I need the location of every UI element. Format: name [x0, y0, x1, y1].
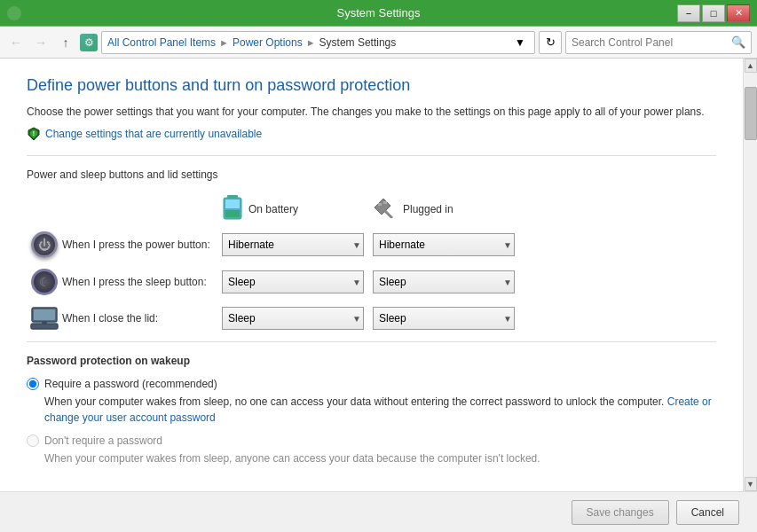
sep2: ► [306, 37, 316, 48]
battery-col-label: On battery [248, 203, 298, 215]
power-button-icon: ⏻ [31, 231, 58, 258]
power-btn-icon-wrap: ⏻ [27, 231, 62, 258]
power-button-selects: Do nothing Sleep Hibernate Shut down Tur… [222, 233, 515, 256]
app-icon [7, 6, 21, 20]
title-bar-left [7, 6, 21, 20]
main-layout: Define power buttons and turn on passwor… [0, 59, 757, 491]
divider-1 [27, 155, 716, 156]
no-password-label: Don't require a password [44, 434, 162, 447]
lid-row: When I close the lid: Do nothing Sleep H… [27, 306, 716, 331]
plug-icon [373, 197, 398, 221]
lid-plugged-select[interactable]: Do nothing Sleep Hibernate Shut down Tur… [373, 307, 515, 330]
breadcrumb-bar: All Control Panel Items ► Power Options … [101, 31, 535, 54]
no-password-option: Don't require a password When your compu… [27, 434, 716, 466]
up-button[interactable]: ↑ [55, 32, 76, 53]
scroll-up-arrow[interactable]: ▲ [745, 59, 757, 73]
minimize-button[interactable]: − [677, 4, 700, 22]
lid-label: When I close the lid: [62, 312, 222, 325]
sleep-button-row: ☾ When I press the sleep button: Do noth… [27, 269, 716, 295]
back-button[interactable]: ← [5, 32, 27, 53]
title-bar: System Settings − □ ✕ [0, 0, 757, 27]
no-password-desc: When your computer wakes from sleep, any… [44, 450, 716, 466]
svg-rect-13 [31, 324, 58, 329]
change-settings-link: ! Change settings that are currently una… [27, 127, 716, 141]
svg-rect-9 [378, 203, 382, 206]
sep1: ► [219, 37, 229, 48]
svg-text:!: ! [33, 130, 35, 137]
power-button-row: ⏻ When I press the power button: Do noth… [27, 231, 716, 258]
nav-icon: ⚙ [80, 34, 98, 51]
breadcrumb-dropdown-arrow[interactable]: ▼ [511, 31, 529, 54]
lid-icon [30, 306, 59, 331]
svg-rect-12 [34, 309, 55, 320]
plugged-col-label: Plugged in [403, 203, 453, 215]
maximize-button[interactable]: □ [702, 4, 725, 22]
search-icon[interactable]: 🔍 [731, 35, 745, 49]
plugged-col-header: Plugged in [373, 193, 515, 224]
sleep-button-label: When I press the sleep button: [62, 276, 222, 288]
search-box: 🔍 [565, 31, 752, 54]
sleep-plugged-select-wrap: Do nothing Sleep Hibernate Shut down Tur… [373, 270, 515, 293]
no-password-radio[interactable] [27, 434, 39, 447]
lid-selects: Do nothing Sleep Hibernate Shut down Tur… [222, 307, 515, 330]
require-password-desc: When your computer wakes from sleep, no … [44, 394, 716, 426]
address-bar: ← → ↑ ⚙ All Control Panel Items ► Power … [0, 27, 757, 59]
forward-button[interactable]: → [30, 32, 51, 53]
sleep-plugged-select[interactable]: Do nothing Sleep Hibernate Shut down Tur… [373, 270, 515, 293]
svg-rect-10 [383, 201, 387, 204]
svg-rect-5 [225, 200, 240, 208]
sleep-button-icon: ☾ [31, 269, 58, 295]
power-table-headers: On battery Plugged in [222, 193, 716, 224]
no-password-row: Don't require a password [27, 434, 716, 447]
power-plugged-select[interactable]: Do nothing Sleep Hibernate Shut down Tur… [373, 233, 515, 256]
battery-icon [222, 193, 243, 224]
scrollbar-thumb[interactable] [745, 87, 757, 140]
close-button[interactable]: ✕ [727, 4, 750, 22]
search-input[interactable] [572, 36, 731, 49]
svg-rect-6 [225, 210, 240, 217]
bottom-bar: Save changes Cancel [0, 491, 757, 532]
lid-icon-wrap [27, 306, 62, 331]
require-password-radio[interactable] [27, 378, 39, 390]
change-settings-anchor[interactable]: Change settings that are currently unava… [45, 128, 262, 140]
require-password-option: Require a password (recommended) When yo… [27, 378, 716, 426]
sleep-button-selects: Do nothing Sleep Hibernate Shut down Tur… [222, 270, 515, 293]
divider-2 [27, 341, 716, 342]
lid-battery-select[interactable]: Do nothing Sleep Hibernate Shut down Tur… [222, 307, 364, 330]
sleep-battery-select[interactable]: Do nothing Sleep Hibernate Shut down Tur… [222, 270, 364, 293]
sleep-btn-icon-wrap: ☾ [27, 269, 62, 295]
power-battery-select[interactable]: Do nothing Sleep Hibernate Shut down Tur… [222, 233, 364, 256]
svg-line-8 [385, 211, 392, 218]
lid-plugged-select-wrap: Do nothing Sleep Hibernate Shut down Tur… [373, 307, 515, 330]
power-section-header: Power and sleep buttons and lid settings [27, 168, 716, 181]
window-title: System Settings [337, 6, 421, 20]
scroll-down-arrow[interactable]: ▼ [745, 477, 757, 491]
breadcrumb-all-control-panel[interactable]: All Control Panel Items [107, 36, 216, 49]
require-password-label: Require a password (recommended) [44, 378, 217, 390]
page-title: Define power buttons and turn on passwor… [27, 76, 716, 95]
breadcrumb-system-settings: System Settings [319, 36, 397, 49]
window-controls: − □ ✕ [677, 4, 750, 22]
cancel-button[interactable]: Cancel [676, 500, 739, 525]
save-changes-button[interactable]: Save changes [572, 500, 669, 525]
require-password-row: Require a password (recommended) [27, 378, 716, 390]
refresh-button[interactable]: ↻ [539, 31, 562, 54]
shield-icon: ! [27, 127, 41, 141]
password-section-header: Password protection on wakeup [27, 355, 716, 367]
content-area: Define power buttons and turn on passwor… [0, 59, 743, 491]
power-battery-select-wrap: Do nothing Sleep Hibernate Shut down Tur… [222, 233, 364, 256]
power-plugged-select-wrap: Do nothing Sleep Hibernate Shut down Tur… [373, 233, 515, 256]
power-button-label: When I press the power button: [62, 239, 222, 251]
svg-point-14 [42, 322, 47, 325]
battery-col-header: On battery [222, 193, 364, 224]
breadcrumb-power-options[interactable]: Power Options [233, 36, 303, 49]
sleep-battery-select-wrap: Do nothing Sleep Hibernate Shut down Tur… [222, 270, 364, 293]
scrollbar-track: ▲ ▼ [743, 59, 757, 491]
lid-battery-select-wrap: Do nothing Sleep Hibernate Shut down Tur… [222, 307, 364, 330]
page-description: Choose the power settings that you want … [27, 104, 716, 120]
